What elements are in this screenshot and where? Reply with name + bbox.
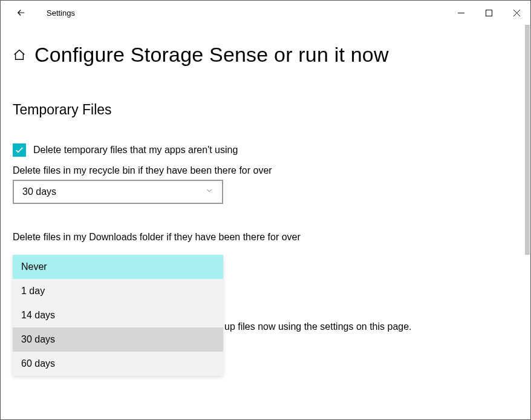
minimize-icon — [458, 10, 464, 16]
dropdown-option-never[interactable]: Never — [13, 255, 223, 279]
dropdown-option-30-days[interactable]: 30 days — [13, 327, 223, 352]
back-button[interactable] — [13, 7, 30, 18]
free-space-description: up files now using the settings on this … — [224, 321, 412, 332]
minimize-button[interactable] — [447, 1, 475, 25]
dropdown-option-60-days[interactable]: 60 days — [13, 352, 223, 376]
chevron-down-icon — [205, 186, 213, 197]
section-title-temp-files: Temporary Files — [13, 102, 516, 118]
scrollbar[interactable] — [525, 25, 530, 255]
home-icon[interactable] — [13, 48, 26, 62]
maximize-icon — [486, 10, 492, 16]
maximize-button[interactable] — [475, 1, 503, 25]
dropdown-option-14-days[interactable]: 14 days — [13, 303, 223, 327]
close-button[interactable] — [503, 1, 530, 25]
window-controls — [447, 1, 530, 25]
close-icon — [513, 10, 520, 16]
svg-rect-1 — [486, 10, 492, 16]
dropdown-option-1-day[interactable]: 1 day — [13, 279, 223, 303]
downloads-select-dropdown[interactable]: Never 1 day 14 days 30 days 60 days — [13, 255, 223, 376]
delete-temp-files-label: Delete temporary files that my apps aren… — [33, 145, 238, 156]
checkmark-icon — [15, 145, 24, 155]
page-title: Configure Storage Sense or run it now — [34, 43, 389, 67]
arrow-left-icon — [16, 7, 27, 18]
page-header: Configure Storage Sense or run it now — [13, 43, 516, 67]
checkbox-checked[interactable] — [13, 143, 26, 157]
downloads-label: Delete files in my Downloads folder if t… — [13, 232, 516, 243]
recycle-bin-label: Delete files in my recycle bin if they h… — [13, 165, 516, 176]
recycle-bin-select[interactable]: 30 days — [13, 180, 223, 204]
app-title: Settings — [47, 8, 75, 18]
delete-temp-files-checkbox-row[interactable]: Delete temporary files that my apps aren… — [13, 143, 516, 157]
titlebar: Settings — [1, 1, 530, 25]
recycle-bin-select-value: 30 days — [22, 186, 56, 197]
